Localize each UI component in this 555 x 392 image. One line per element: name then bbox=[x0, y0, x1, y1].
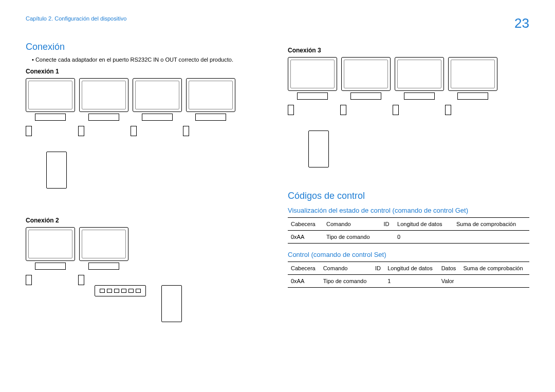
th-comando: Comando bbox=[323, 218, 381, 231]
table-get: Cabecera Comando ID Longitud de datos Su… bbox=[288, 217, 529, 244]
td-comando: Tipo de comando bbox=[320, 275, 372, 288]
th-suma: Suma de comprobación bbox=[460, 262, 529, 275]
td-suma bbox=[453, 231, 529, 244]
th-id: ID bbox=[380, 218, 394, 231]
td-longitud: 0 bbox=[394, 231, 453, 244]
td-id bbox=[372, 275, 384, 288]
subtitle-get: Visualización del estado de control (com… bbox=[288, 207, 529, 214]
td-comando: Tipo de comando bbox=[323, 231, 381, 244]
td-cabecera: 0xAA bbox=[288, 275, 320, 288]
th-id: ID bbox=[372, 262, 384, 275]
section-title-conexion: Conexión bbox=[26, 42, 267, 52]
diagram-conexion1 bbox=[26, 78, 267, 212]
page-number: 23 bbox=[514, 15, 529, 31]
diagram-conexion2 bbox=[26, 227, 267, 325]
th-comando: Comando bbox=[320, 262, 372, 275]
th-cabecera: Cabecera bbox=[288, 218, 323, 231]
chapter-title: Capítulo 2. Configuración del dispositiv… bbox=[26, 15, 126, 22]
subheading-conexion1: Conexión 1 bbox=[26, 68, 267, 75]
bullet-instruction: Conecte cada adaptador en el puerto RS23… bbox=[32, 57, 267, 63]
subheading-conexion3: Conexión 3 bbox=[288, 47, 529, 54]
subheading-conexion2: Conexión 2 bbox=[26, 217, 267, 224]
th-longitud: Longitud de datos bbox=[384, 262, 438, 275]
th-cabecera: Cabecera bbox=[288, 262, 320, 275]
th-longitud: Longitud de datos bbox=[394, 218, 453, 231]
td-longitud: 1 bbox=[384, 275, 438, 288]
section-title-codigos: Códigos de control bbox=[288, 191, 529, 201]
table-set: Cabecera Comando ID Longitud de datos Da… bbox=[288, 262, 529, 288]
td-cabecera: 0xAA bbox=[288, 231, 323, 244]
td-datos: Valor bbox=[438, 275, 460, 288]
td-suma bbox=[460, 275, 529, 288]
th-datos: Datos bbox=[438, 262, 460, 275]
th-suma: Suma de comprobación bbox=[453, 218, 529, 231]
subtitle-set: Control (comando de control Set) bbox=[288, 251, 529, 258]
td-id bbox=[380, 231, 394, 244]
diagram-conexion3 bbox=[288, 57, 529, 191]
